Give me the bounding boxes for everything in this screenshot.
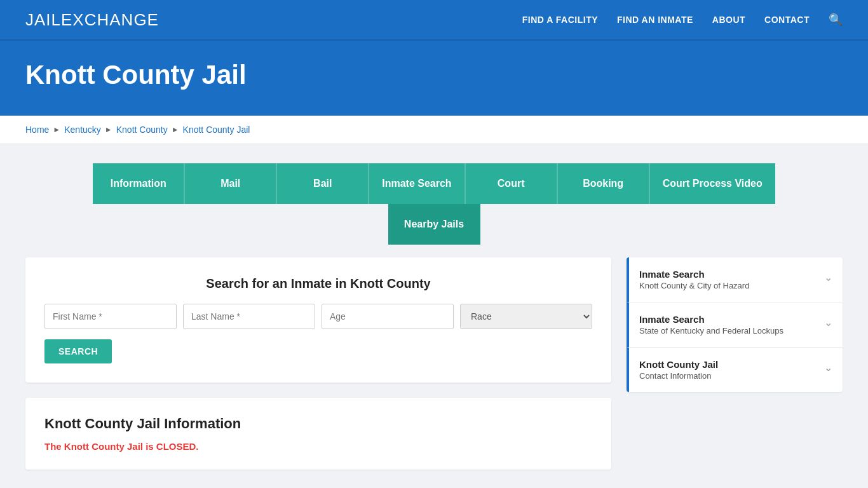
tab-court[interactable]: Court xyxy=(466,163,558,204)
breadcrumb-knott-county[interactable]: Knott County xyxy=(116,125,168,135)
search-card: Search for an Inmate in Knott County Rac… xyxy=(25,257,611,383)
tab-bail[interactable]: Bail xyxy=(277,163,369,204)
sidebar-item-3-subtitle: Contact Information xyxy=(639,371,718,381)
tab-nearby-jails[interactable]: Nearby Jails xyxy=(388,204,480,245)
sidebar-item-2-subtitle: State of Kentucky and Federal Lockups xyxy=(639,326,783,336)
info-title: Knott County Jail Information xyxy=(44,416,592,432)
chevron-down-icon-2: ⌄ xyxy=(824,316,832,329)
sidebar-item-1-subtitle: Knott County & City of Hazard xyxy=(639,281,749,290)
tab-court-process-video[interactable]: Court Process Video xyxy=(650,163,775,204)
main-nav: FIND A FACILITY FIND AN INMATE ABOUT CON… xyxy=(522,13,843,27)
header-search-button[interactable]: 🔍 xyxy=(829,13,843,27)
breadcrumb-bar: Home ► Kentucky ► Knott County ► Knott C… xyxy=(0,116,868,144)
sidebar-card: Inmate Search Knott County & City of Haz… xyxy=(627,257,843,392)
header: JAILEXCHANGE FIND A FACILITY FIND AN INM… xyxy=(0,0,868,41)
sidebar-item-1[interactable]: Inmate Search Knott County & City of Haz… xyxy=(627,257,843,302)
tab-booking[interactable]: Booking xyxy=(558,163,650,204)
tab-row-2: Nearby Jails xyxy=(25,204,843,245)
age-input[interactable] xyxy=(322,304,454,329)
sidebar-item-1-text: Inmate Search Knott County & City of Haz… xyxy=(639,269,749,290)
breadcrumb-sep-2: ► xyxy=(105,125,112,134)
first-name-input[interactable] xyxy=(44,304,177,329)
breadcrumb-home[interactable]: Home xyxy=(25,125,49,135)
content-layout: Search for an Inmate in Knott County Rac… xyxy=(25,257,843,470)
nav-contact[interactable]: CONTACT xyxy=(764,15,810,25)
chevron-down-icon-3: ⌄ xyxy=(824,362,832,374)
breadcrumb: Home ► Kentucky ► Knott County ► Knott C… xyxy=(25,125,843,135)
tab-inmate-search[interactable]: Inmate Search xyxy=(369,163,465,204)
sidebar-item-2-text: Inmate Search State of Kentucky and Fede… xyxy=(639,314,783,336)
logo: JAILEXCHANGE xyxy=(25,10,159,30)
sidebar-item-3-title: Knott County Jail xyxy=(639,359,718,370)
last-name-input[interactable] xyxy=(183,304,315,329)
sidebar-item-2-title: Inmate Search xyxy=(639,314,783,325)
breadcrumb-current: Knott County Jail xyxy=(183,125,250,135)
search-title: Search for an Inmate in Knott County xyxy=(44,276,592,291)
logo-jail: JAIL xyxy=(25,10,61,29)
sidebar-item-3-text: Knott County Jail Contact Information xyxy=(639,359,718,381)
hero-section: Knott County Jail xyxy=(0,41,868,116)
sidebar-item-3[interactable]: Knott County Jail Contact Information ⌄ xyxy=(627,348,843,392)
main-container: Information Mail Bail Inmate Search Cour… xyxy=(0,144,868,488)
search-button[interactable]: SEARCH xyxy=(44,339,112,363)
race-select[interactable]: Race White Black Hispanic Asian Other xyxy=(460,304,592,329)
tab-row-1: Information Mail Bail Inmate Search Cour… xyxy=(25,163,843,204)
info-card: Knott County Jail Information The Knott … xyxy=(25,398,611,470)
nav-find-inmate[interactable]: FIND AN INMATE xyxy=(617,15,693,25)
nav-about[interactable]: ABOUT xyxy=(712,15,745,25)
breadcrumb-sep-1: ► xyxy=(53,125,60,134)
page-title: Knott County Jail xyxy=(25,60,843,90)
tab-mail[interactable]: Mail xyxy=(185,163,277,204)
tab-information[interactable]: Information xyxy=(93,163,185,204)
breadcrumb-sep-3: ► xyxy=(172,125,179,134)
sidebar-item-1-title: Inmate Search xyxy=(639,269,749,280)
logo-exchange: EXCHANGE xyxy=(61,10,159,29)
search-fields: Race White Black Hispanic Asian Other xyxy=(44,304,592,329)
left-panel: Search for an Inmate in Knott County Rac… xyxy=(25,257,611,470)
chevron-down-icon-1: ⌄ xyxy=(824,271,832,283)
nav-find-facility[interactable]: FIND A FACILITY xyxy=(522,15,598,25)
breadcrumb-kentucky[interactable]: Kentucky xyxy=(64,125,101,135)
closed-notice: The Knott County Jail is CLOSED. xyxy=(44,441,592,452)
sidebar-item-2[interactable]: Inmate Search State of Kentucky and Fede… xyxy=(627,302,843,348)
right-sidebar: Inmate Search Knott County & City of Haz… xyxy=(627,257,843,393)
